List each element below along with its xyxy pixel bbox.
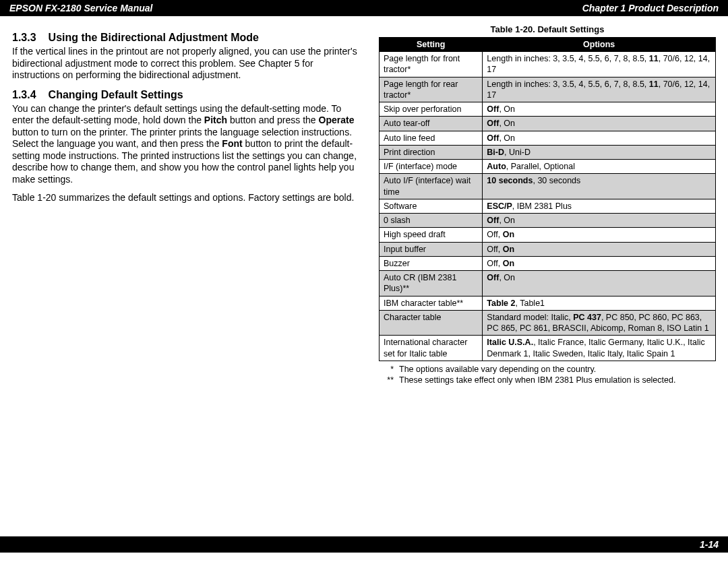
- options-cell: Off, On: [483, 242, 716, 256]
- table-caption: Table 1-20. Default Settings: [379, 24, 716, 34]
- options-cell: Off, On: [483, 102, 716, 117]
- header-left: EPSON FX-2180 Service Manual: [9, 3, 152, 13]
- options-cell: Auto, Parallel, Optional: [483, 160, 716, 174]
- font-label: Font: [222, 138, 242, 149]
- content-area: 1.3.3Using the Bidirectional Adjustment …: [0, 16, 728, 385]
- table-header-row: Setting Options: [380, 38, 716, 52]
- col-setting: Setting: [380, 38, 483, 52]
- table-row: Page length for front tractor*Length in …: [380, 52, 716, 77]
- setting-cell: Input buffer: [380, 242, 483, 256]
- table-row: Page length for rear tractor*Length in i…: [380, 77, 716, 102]
- table-row: Auto I/F (interface) wait time10 seconds…: [380, 174, 716, 199]
- section-1-3-3-heading: 1.3.3Using the Bidirectional Adjustment …: [12, 31, 363, 44]
- section-1-3-4-para2: Table 1-20 summarizes the default settin…: [12, 192, 363, 204]
- options-cell: Off, On: [483, 228, 716, 242]
- col-options: Options: [483, 38, 716, 52]
- section-1-3-4-para1: You can change the printer's default set…: [12, 103, 363, 186]
- table-row: BuzzerOff, On: [380, 256, 716, 270]
- options-cell: Off, On: [483, 271, 716, 296]
- table-row: Auto CR (IBM 2381 Plus)**Off, On: [380, 271, 716, 296]
- footnote-mark: *: [379, 364, 399, 375]
- page-container: EPSON FX-2180 Service Manual Chapter 1 P…: [0, 0, 728, 562]
- table-row: Input bufferOff, On: [380, 242, 716, 256]
- right-column: Table 1-20. Default Settings Setting Opt…: [379, 24, 716, 385]
- footer-bar: 1-14: [0, 536, 728, 553]
- setting-cell: I/F (interface) mode: [380, 160, 483, 174]
- options-cell: ESC/P, IBM 2381 Plus: [483, 199, 716, 213]
- section-number: 1.3.4: [12, 88, 36, 102]
- table-row: SoftwareESC/P, IBM 2381 Plus: [380, 199, 716, 213]
- table-row: Skip over perforationOff, On: [380, 102, 716, 117]
- setting-cell: 0 slash: [380, 214, 483, 228]
- setting-cell: Page length for front tractor*: [380, 52, 483, 77]
- options-cell: Table 2, Table1: [483, 296, 716, 310]
- footnote-mark: **: [379, 375, 399, 385]
- default-settings-table: Setting Options Page length for front tr…: [379, 37, 716, 361]
- table-row: Auto tear-offOff, On: [380, 117, 716, 131]
- table-row: International character set for Italic t…: [380, 336, 716, 361]
- footnote-text: These settings take effect only when IBM…: [399, 375, 716, 385]
- operate-label: Operate: [319, 115, 355, 125]
- section-1-3-4-heading: 1.3.4Changing Default Settings: [12, 88, 363, 102]
- text: button and press the: [227, 115, 318, 125]
- options-cell: Length in inches: 3, 3.5, 4, 5.5, 6, 7, …: [483, 77, 716, 102]
- footnote-text: The options available vary depending on …: [399, 364, 716, 375]
- setting-cell: Print direction: [380, 145, 483, 159]
- section-title: Changing Default Settings: [49, 89, 183, 100]
- table-footnotes: * The options available vary depending o…: [379, 364, 716, 386]
- setting-cell: International character set for Italic t…: [380, 336, 483, 361]
- table-row: High speed draftOff, On: [380, 228, 716, 242]
- setting-cell: Buzzer: [380, 256, 483, 270]
- table-row: I/F (interface) modeAuto, Parallel, Opti…: [380, 160, 716, 174]
- left-column: 1.3.3Using the Bidirectional Adjustment …: [12, 24, 363, 385]
- table-row: Print directionBi-D, Uni-D: [380, 145, 716, 159]
- footnote-1: * The options available vary depending o…: [379, 364, 716, 375]
- table-row: Character tableStandard model: Italic, P…: [380, 310, 716, 336]
- setting-cell: High speed draft: [380, 228, 483, 242]
- page-number: 1-14: [700, 539, 719, 550]
- options-cell: Off, On: [483, 131, 716, 145]
- setting-cell: Skip over perforation: [380, 102, 483, 117]
- options-cell: Off, On: [483, 117, 716, 131]
- setting-cell: IBM character table**: [380, 296, 483, 310]
- options-cell: Italic U.S.A., Italic France, Italic Ger…: [483, 336, 716, 361]
- setting-cell: Auto CR (IBM 2381 Plus)**: [380, 271, 483, 296]
- options-cell: 10 seconds, 30 seconds: [483, 174, 716, 199]
- setting-cell: Auto I/F (interface) wait time: [380, 174, 483, 199]
- setting-cell: Software: [380, 199, 483, 213]
- setting-cell: Page length for rear tractor*: [380, 77, 483, 102]
- table-row: 0 slashOff, On: [380, 214, 716, 228]
- options-cell: Bi-D, Uni-D: [483, 145, 716, 159]
- setting-cell: Auto tear-off: [380, 117, 483, 131]
- options-cell: Off, On: [483, 256, 716, 270]
- setting-cell: Auto line feed: [380, 131, 483, 145]
- header-right: Chapter 1 Product Description: [582, 3, 719, 13]
- options-cell: Off, On: [483, 214, 716, 228]
- footnote-2: ** These settings take effect only when …: [379, 375, 716, 385]
- header-bar: EPSON FX-2180 Service Manual Chapter 1 P…: [0, 0, 728, 16]
- table-row: IBM character table**Table 2, Table1: [380, 296, 716, 310]
- section-number: 1.3.3: [12, 31, 36, 44]
- table-row: Auto line feedOff, On: [380, 131, 716, 145]
- pitch-label: Pitch: [204, 115, 227, 125]
- setting-cell: Character table: [380, 310, 483, 336]
- section-title: Using the Bidirectional Adjustment Mode: [49, 32, 259, 43]
- options-cell: Standard model: Italic, PC 437, PC 850, …: [483, 310, 716, 336]
- section-1-3-3-para: If the vertical lines in the printout ar…: [12, 46, 363, 82]
- options-cell: Length in inches: 3, 3.5, 4, 5.5, 6, 7, …: [483, 52, 716, 77]
